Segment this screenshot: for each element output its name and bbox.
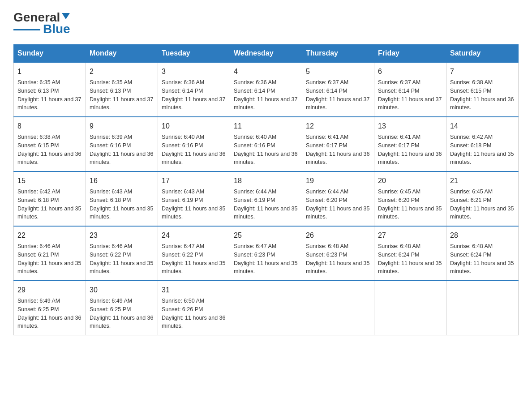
col-header-thursday: Thursday xyxy=(302,45,374,63)
day-number: 17 xyxy=(162,176,226,186)
calendar-cell xyxy=(446,281,519,335)
day-number: 30 xyxy=(90,285,154,295)
calendar-cell: 28Sunrise: 6:48 AMSunset: 6:24 PMDayligh… xyxy=(446,226,519,281)
day-info: Sunrise: 6:48 AMSunset: 6:24 PMDaylight:… xyxy=(450,242,515,276)
calendar-cell: 3Sunrise: 6:36 AMSunset: 6:14 PMDaylight… xyxy=(158,62,230,117)
day-info: Sunrise: 6:43 AMSunset: 6:18 PMDaylight:… xyxy=(90,188,154,221)
calendar-week-row: 22Sunrise: 6:46 AMSunset: 6:21 PMDayligh… xyxy=(14,226,519,281)
calendar-cell: 27Sunrise: 6:48 AMSunset: 6:24 PMDayligh… xyxy=(374,226,446,281)
day-info: Sunrise: 6:42 AMSunset: 6:18 PMDaylight:… xyxy=(17,188,82,221)
calendar-table: SundayMondayTuesdayWednesdayThursdayFrid… xyxy=(13,44,519,335)
calendar-cell: 15Sunrise: 6:42 AMSunset: 6:18 PMDayligh… xyxy=(14,171,86,226)
day-number: 11 xyxy=(234,121,298,132)
day-number: 31 xyxy=(162,285,226,295)
day-info: Sunrise: 6:41 AMSunset: 6:17 PMDaylight:… xyxy=(378,133,442,167)
calendar-cell: 17Sunrise: 6:43 AMSunset: 6:19 PMDayligh… xyxy=(158,171,230,226)
calendar-cell: 18Sunrise: 6:44 AMSunset: 6:19 PMDayligh… xyxy=(230,171,302,226)
calendar-cell: 29Sunrise: 6:49 AMSunset: 6:25 PMDayligh… xyxy=(14,281,86,335)
calendar-cell: 8Sunrise: 6:38 AMSunset: 6:15 PMDaylight… xyxy=(14,117,86,171)
day-number: 14 xyxy=(450,121,515,132)
day-info: Sunrise: 6:49 AMSunset: 6:25 PMDaylight:… xyxy=(90,297,154,330)
day-info: Sunrise: 6:38 AMSunset: 6:15 PMDaylight:… xyxy=(450,78,515,112)
calendar-cell: 25Sunrise: 6:47 AMSunset: 6:23 PMDayligh… xyxy=(230,226,302,281)
day-number: 7 xyxy=(450,66,515,77)
day-info: Sunrise: 6:45 AMSunset: 6:20 PMDaylight:… xyxy=(378,188,442,221)
calendar-cell: 23Sunrise: 6:46 AMSunset: 6:22 PMDayligh… xyxy=(86,226,158,281)
calendar-cell: 10Sunrise: 6:40 AMSunset: 6:16 PMDayligh… xyxy=(158,117,230,171)
day-info: Sunrise: 6:39 AMSunset: 6:16 PMDaylight:… xyxy=(90,133,154,167)
calendar-cell: 7Sunrise: 6:38 AMSunset: 6:15 PMDaylight… xyxy=(446,62,519,117)
day-number: 9 xyxy=(90,121,154,132)
day-number: 22 xyxy=(17,230,82,241)
day-number: 25 xyxy=(234,230,298,241)
day-info: Sunrise: 6:37 AMSunset: 6:14 PMDaylight:… xyxy=(378,78,442,112)
day-number: 1 xyxy=(17,66,82,77)
logo-blue: Blue xyxy=(43,23,70,35)
day-number: 19 xyxy=(306,176,370,186)
day-info: Sunrise: 6:37 AMSunset: 6:14 PMDaylight:… xyxy=(306,78,370,112)
day-number: 26 xyxy=(306,230,370,241)
calendar-cell: 22Sunrise: 6:46 AMSunset: 6:21 PMDayligh… xyxy=(14,226,86,281)
day-info: Sunrise: 6:50 AMSunset: 6:26 PMDaylight:… xyxy=(162,297,226,330)
calendar-cell xyxy=(374,281,446,335)
calendar-cell: 26Sunrise: 6:48 AMSunset: 6:23 PMDayligh… xyxy=(302,226,374,281)
calendar-cell: 2Sunrise: 6:35 AMSunset: 6:13 PMDaylight… xyxy=(86,62,158,117)
calendar-cell xyxy=(302,281,374,335)
day-number: 20 xyxy=(378,176,442,186)
day-number: 16 xyxy=(90,176,154,186)
logo-triangle-icon xyxy=(62,13,70,19)
day-info: Sunrise: 6:41 AMSunset: 6:17 PMDaylight:… xyxy=(306,133,370,167)
day-number: 8 xyxy=(17,121,82,132)
day-number: 10 xyxy=(162,121,226,132)
calendar-cell: 20Sunrise: 6:45 AMSunset: 6:20 PMDayligh… xyxy=(374,171,446,226)
day-info: Sunrise: 6:48 AMSunset: 6:24 PMDaylight:… xyxy=(378,242,442,276)
calendar-cell: 13Sunrise: 6:41 AMSunset: 6:17 PMDayligh… xyxy=(374,117,446,171)
day-info: Sunrise: 6:36 AMSunset: 6:14 PMDaylight:… xyxy=(162,78,226,112)
calendar-week-row: 15Sunrise: 6:42 AMSunset: 6:18 PMDayligh… xyxy=(14,171,519,226)
calendar-header-row: SundayMondayTuesdayWednesdayThursdayFrid… xyxy=(14,45,519,63)
day-info: Sunrise: 6:38 AMSunset: 6:15 PMDaylight:… xyxy=(17,133,82,167)
day-info: Sunrise: 6:42 AMSunset: 6:18 PMDaylight:… xyxy=(450,133,515,167)
day-number: 6 xyxy=(378,66,442,77)
day-number: 2 xyxy=(90,66,154,77)
day-info: Sunrise: 6:43 AMSunset: 6:19 PMDaylight:… xyxy=(162,188,226,221)
day-number: 18 xyxy=(234,176,298,186)
day-info: Sunrise: 6:46 AMSunset: 6:21 PMDaylight:… xyxy=(17,242,82,276)
day-info: Sunrise: 6:35 AMSunset: 6:13 PMDaylight:… xyxy=(90,78,154,112)
calendar-week-row: 29Sunrise: 6:49 AMSunset: 6:25 PMDayligh… xyxy=(14,281,519,335)
calendar-cell: 6Sunrise: 6:37 AMSunset: 6:14 PMDaylight… xyxy=(374,62,446,117)
col-header-monday: Monday xyxy=(86,45,158,63)
day-info: Sunrise: 6:46 AMSunset: 6:22 PMDaylight:… xyxy=(90,242,154,276)
logo: General Blue xyxy=(13,11,70,35)
calendar-cell: 14Sunrise: 6:42 AMSunset: 6:18 PMDayligh… xyxy=(446,117,519,171)
col-header-sunday: Sunday xyxy=(14,45,86,63)
calendar-cell: 24Sunrise: 6:47 AMSunset: 6:22 PMDayligh… xyxy=(158,226,230,281)
calendar-cell: 5Sunrise: 6:37 AMSunset: 6:14 PMDaylight… xyxy=(302,62,374,117)
col-header-saturday: Saturday xyxy=(446,45,519,63)
day-info: Sunrise: 6:47 AMSunset: 6:23 PMDaylight:… xyxy=(234,242,298,276)
calendar-cell: 12Sunrise: 6:41 AMSunset: 6:17 PMDayligh… xyxy=(302,117,374,171)
day-info: Sunrise: 6:47 AMSunset: 6:22 PMDaylight:… xyxy=(162,242,226,276)
day-number: 29 xyxy=(17,285,82,295)
calendar-cell xyxy=(230,281,302,335)
day-info: Sunrise: 6:40 AMSunset: 6:16 PMDaylight:… xyxy=(162,133,226,167)
calendar-cell: 11Sunrise: 6:40 AMSunset: 6:16 PMDayligh… xyxy=(230,117,302,171)
day-info: Sunrise: 6:44 AMSunset: 6:20 PMDaylight:… xyxy=(306,188,370,221)
logo-line xyxy=(13,29,40,30)
day-info: Sunrise: 6:44 AMSunset: 6:19 PMDaylight:… xyxy=(234,188,298,221)
day-number: 28 xyxy=(450,230,515,241)
day-info: Sunrise: 6:35 AMSunset: 6:13 PMDaylight:… xyxy=(17,78,82,112)
day-number: 23 xyxy=(90,230,154,241)
day-info: Sunrise: 6:48 AMSunset: 6:23 PMDaylight:… xyxy=(306,242,370,276)
day-number: 5 xyxy=(306,66,370,77)
calendar-cell: 21Sunrise: 6:45 AMSunset: 6:21 PMDayligh… xyxy=(446,171,519,226)
calendar-cell: 16Sunrise: 6:43 AMSunset: 6:18 PMDayligh… xyxy=(86,171,158,226)
day-number: 27 xyxy=(378,230,442,241)
day-number: 4 xyxy=(234,66,298,77)
col-header-tuesday: Tuesday xyxy=(158,45,230,63)
day-number: 24 xyxy=(162,230,226,241)
calendar-week-row: 8Sunrise: 6:38 AMSunset: 6:15 PMDaylight… xyxy=(14,117,519,171)
calendar-cell: 30Sunrise: 6:49 AMSunset: 6:25 PMDayligh… xyxy=(86,281,158,335)
day-info: Sunrise: 6:45 AMSunset: 6:21 PMDaylight:… xyxy=(450,188,515,221)
day-number: 13 xyxy=(378,121,442,132)
